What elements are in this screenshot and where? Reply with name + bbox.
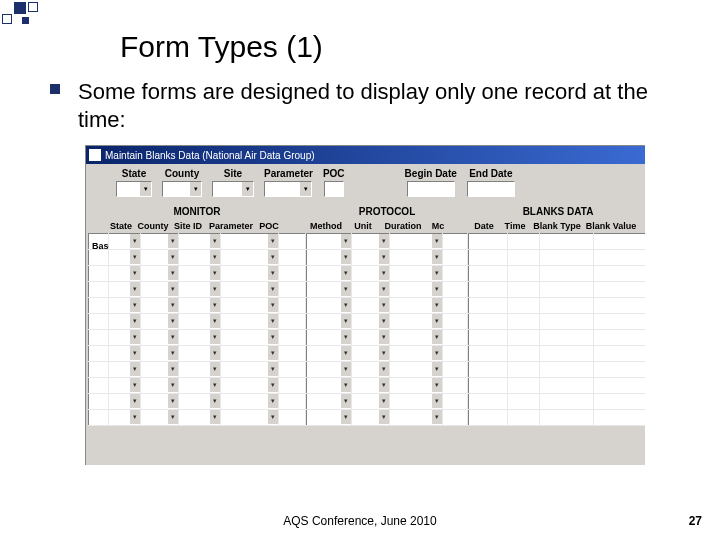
cell[interactable] — [307, 330, 352, 346]
monitor-table[interactable] — [88, 233, 306, 426]
cell[interactable] — [390, 234, 443, 250]
cell[interactable] — [352, 330, 390, 346]
table-row[interactable] — [469, 314, 646, 330]
row-selector[interactable] — [89, 394, 109, 410]
cell[interactable] — [507, 298, 539, 314]
cell[interactable] — [469, 250, 508, 266]
table-row[interactable] — [89, 394, 306, 410]
cell[interactable] — [594, 298, 645, 314]
filter-end-date[interactable] — [467, 181, 515, 197]
cell[interactable] — [442, 410, 467, 426]
cell[interactable] — [178, 346, 220, 362]
cell[interactable] — [507, 330, 539, 346]
cell[interactable] — [594, 282, 645, 298]
cell[interactable] — [278, 346, 305, 362]
cell[interactable] — [540, 410, 594, 426]
cell[interactable] — [307, 298, 352, 314]
chevron-down-icon[interactable]: ▾ — [139, 182, 151, 196]
row-selector[interactable] — [89, 250, 109, 266]
table-row[interactable] — [89, 282, 306, 298]
cell[interactable] — [390, 266, 443, 282]
cell[interactable] — [352, 234, 390, 250]
cell[interactable] — [442, 234, 467, 250]
cell[interactable] — [221, 330, 278, 346]
cell[interactable] — [540, 330, 594, 346]
cell[interactable] — [352, 378, 390, 394]
row-selector[interactable] — [89, 330, 109, 346]
table-row[interactable] — [89, 330, 306, 346]
table-row[interactable] — [469, 298, 646, 314]
table-row[interactable] — [307, 282, 468, 298]
row-selector[interactable] — [89, 410, 109, 426]
cell[interactable] — [469, 394, 508, 410]
cell[interactable] — [390, 250, 443, 266]
table-row[interactable] — [307, 362, 468, 378]
table-row[interactable] — [469, 330, 646, 346]
table-row[interactable] — [469, 410, 646, 426]
cell[interactable] — [178, 298, 220, 314]
cell[interactable] — [178, 394, 220, 410]
cell[interactable] — [108, 378, 140, 394]
cell[interactable] — [221, 378, 278, 394]
cell[interactable] — [442, 282, 467, 298]
cell[interactable] — [141, 362, 178, 378]
cell[interactable] — [178, 314, 220, 330]
table-row[interactable] — [89, 266, 306, 282]
cell[interactable] — [141, 330, 178, 346]
cell[interactable] — [278, 410, 305, 426]
cell[interactable] — [507, 314, 539, 330]
cell[interactable] — [540, 250, 594, 266]
cell[interactable] — [594, 266, 645, 282]
cell[interactable] — [352, 346, 390, 362]
cell[interactable] — [469, 362, 508, 378]
chevron-down-icon[interactable]: ▾ — [189, 182, 201, 196]
cell[interactable] — [507, 378, 539, 394]
cell[interactable] — [108, 314, 140, 330]
cell[interactable] — [307, 410, 352, 426]
cell[interactable] — [352, 394, 390, 410]
cell[interactable] — [390, 298, 443, 314]
cell[interactable] — [442, 362, 467, 378]
cell[interactable] — [221, 234, 278, 250]
cell[interactable] — [390, 394, 443, 410]
cell[interactable] — [507, 234, 539, 250]
cell[interactable] — [469, 330, 508, 346]
cell[interactable] — [141, 346, 178, 362]
table-row[interactable] — [469, 346, 646, 362]
cell[interactable] — [469, 234, 508, 250]
cell[interactable] — [540, 282, 594, 298]
cell[interactable] — [108, 282, 140, 298]
table-row[interactable] — [307, 378, 468, 394]
cell[interactable] — [390, 330, 443, 346]
table-row[interactable] — [89, 234, 306, 250]
cell[interactable] — [469, 266, 508, 282]
cell[interactable] — [540, 378, 594, 394]
cell[interactable] — [442, 266, 467, 282]
cell[interactable] — [307, 394, 352, 410]
cell[interactable] — [442, 330, 467, 346]
table-row[interactable] — [89, 378, 306, 394]
table-row[interactable] — [307, 410, 468, 426]
cell[interactable] — [178, 250, 220, 266]
cell[interactable] — [594, 410, 645, 426]
cell[interactable] — [307, 250, 352, 266]
cell[interactable] — [108, 330, 140, 346]
cell[interactable] — [108, 250, 140, 266]
protocol-table[interactable] — [306, 233, 468, 426]
table-row[interactable] — [469, 282, 646, 298]
table-row[interactable] — [89, 346, 306, 362]
cell[interactable] — [442, 394, 467, 410]
table-row[interactable] — [469, 234, 646, 250]
cell[interactable] — [108, 298, 140, 314]
cell[interactable] — [390, 346, 443, 362]
cell[interactable] — [352, 266, 390, 282]
row-selector[interactable] — [89, 282, 109, 298]
cell[interactable] — [221, 250, 278, 266]
cell[interactable] — [352, 410, 390, 426]
cell[interactable] — [278, 298, 305, 314]
row-selector[interactable] — [89, 298, 109, 314]
cell[interactable] — [594, 330, 645, 346]
cell[interactable] — [594, 378, 645, 394]
cell[interactable] — [540, 362, 594, 378]
blanks-table[interactable] — [468, 233, 645, 426]
